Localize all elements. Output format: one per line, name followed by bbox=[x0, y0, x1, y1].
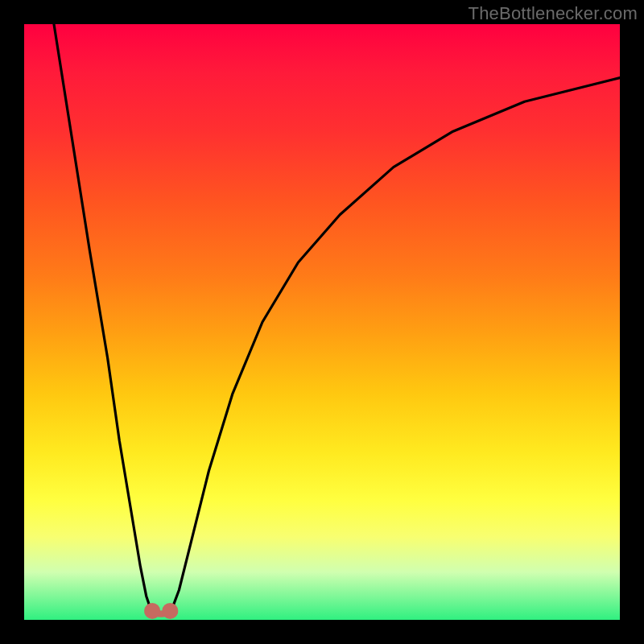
marker-right bbox=[162, 603, 178, 619]
marker-left bbox=[144, 603, 160, 619]
chart-svg bbox=[24, 24, 620, 620]
plot-area bbox=[24, 24, 620, 620]
curve-right bbox=[170, 78, 620, 614]
curve-left bbox=[54, 24, 152, 614]
watermark-text: TheBottlenecker.com bbox=[469, 3, 638, 24]
chart-frame: TheBottlenecker.com bbox=[0, 0, 644, 644]
